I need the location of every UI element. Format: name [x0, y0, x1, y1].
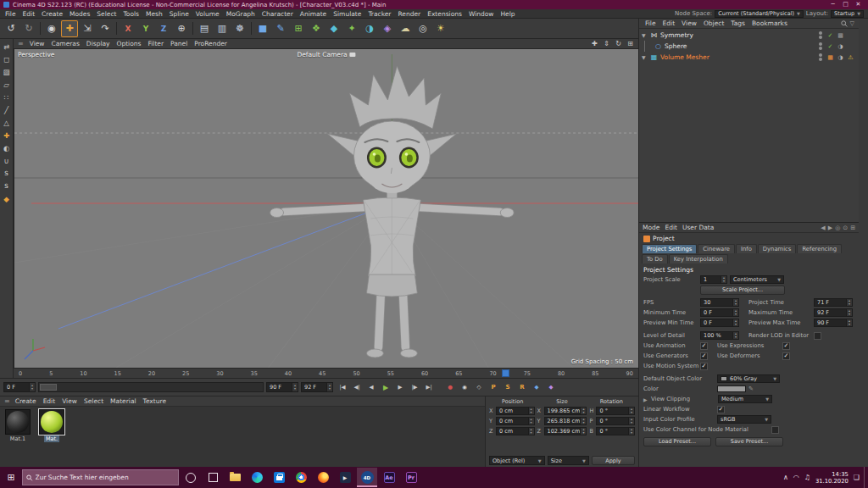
- use-animation-checkbox[interactable]: ✓: [700, 342, 708, 350]
- material-menu-item[interactable]: View: [58, 397, 81, 405]
- next-frame-button[interactable]: ▶: [393, 381, 407, 393]
- menu-item[interactable]: Create: [38, 9, 66, 19]
- render-view-icon[interactable]: ▤: [196, 20, 213, 37]
- position-field[interactable]: 0 cm▴▾: [496, 407, 535, 415]
- input-color-profile-dropdown[interactable]: sRGB▼: [717, 415, 771, 424]
- object-name[interactable]: Symmetry: [660, 31, 693, 39]
- autokey-button[interactable]: ◉: [458, 381, 471, 393]
- menu-item[interactable]: Help: [497, 9, 518, 19]
- close-button[interactable]: ✕: [852, 0, 865, 9]
- material-thumbnail[interactable]: [5, 409, 31, 435]
- spinner-icon[interactable]: ▴▾: [580, 428, 586, 435]
- viewport-menu-icon[interactable]: ≡: [16, 40, 25, 47]
- default-object-color-dropdown[interactable]: 60% Gray▼: [717, 374, 780, 383]
- material-name[interactable]: Mat.: [44, 435, 59, 442]
- media-player-button[interactable]: ▶: [335, 468, 355, 487]
- add-environment-icon[interactable]: ☁: [397, 20, 414, 37]
- attribute-tab[interactable]: Info: [736, 244, 757, 253]
- material-menu-item[interactable]: Texture: [140, 397, 170, 405]
- search-input[interactable]: [36, 474, 175, 481]
- preview-min-time-field[interactable]: 0 F▴▾: [700, 319, 739, 327]
- history-back-icon[interactable]: ◀: [821, 225, 825, 231]
- preview-range-slider[interactable]: [38, 382, 264, 392]
- lock-z-axis-icon[interactable]: Z: [155, 20, 172, 37]
- search-icon[interactable]: ◎: [835, 225, 840, 231]
- undo-icon[interactable]: ↺: [3, 20, 19, 37]
- start-button[interactable]: ⊞: [2, 467, 20, 488]
- breadcrumb-label[interactable]: Project: [653, 235, 675, 242]
- taskbar-clock[interactable]: 14:35 31.10.2020: [815, 471, 849, 485]
- move-tool-icon[interactable]: ✚: [61, 20, 78, 37]
- material-item[interactable]: Mat.1: [3, 409, 32, 464]
- project-scale-unit-dropdown[interactable]: Centimeters▼: [730, 275, 784, 284]
- prev-frame-button[interactable]: ◀: [364, 381, 378, 393]
- object-row[interactable]: ▼ ⋈ Symmetry ✓ ▩: [639, 30, 859, 41]
- add-camera-icon[interactable]: ◎: [415, 20, 431, 37]
- workplane-mode-icon[interactable]: ▱: [1, 79, 12, 90]
- material-name[interactable]: Mat.1: [8, 435, 27, 442]
- object-name[interactable]: Volume Mesher: [660, 53, 709, 61]
- minimize-button[interactable]: ─: [826, 0, 839, 9]
- model-mode-icon[interactable]: ◻: [1, 53, 12, 64]
- filter-icon[interactable]: ▽: [850, 20, 854, 27]
- menu-item[interactable]: Character: [259, 9, 297, 19]
- cortana-button[interactable]: [181, 468, 201, 487]
- spinner-icon[interactable]: ▴▾: [528, 418, 534, 424]
- use-motion-system-checkbox[interactable]: ✓: [700, 363, 708, 370]
- attribute-tab[interactable]: Project Settings: [642, 244, 697, 253]
- use-color-channel-checkbox[interactable]: [771, 426, 779, 434]
- size-field[interactable]: 265.818 cm▴▾: [544, 417, 587, 425]
- spinner-icon[interactable]: ▴▾: [846, 309, 852, 316]
- expand-arrow-icon[interactable]: ▶: [643, 396, 648, 402]
- axis-center-icon[interactable]: ◆: [1, 193, 12, 204]
- use-deformers-checkbox[interactable]: ✓: [782, 352, 790, 360]
- material-menu-icon[interactable]: ≡: [3, 397, 12, 405]
- size-field[interactable]: 102.369 cm▴▾: [544, 427, 587, 435]
- record-parameter-button[interactable]: ◆: [530, 381, 543, 393]
- file-explorer-button[interactable]: [225, 468, 245, 487]
- object-menu-item[interactable]: Bookmarks: [748, 19, 791, 27]
- spinner-icon[interactable]: ▴▾: [628, 408, 634, 414]
- project-time-field[interactable]: 71 F▴▾: [814, 298, 853, 307]
- add-spline-icon[interactable]: ✎: [272, 20, 289, 37]
- object-tag-icon[interactable]: ◑: [836, 43, 845, 50]
- object-menu-item[interactable]: Object: [700, 19, 727, 27]
- spinner-icon[interactable]: ▴▾: [528, 428, 534, 435]
- menu-item[interactable]: Extensions: [424, 9, 465, 19]
- node-space-dropdown[interactable]: Current (Standard/Physical)▼: [715, 10, 804, 18]
- menu-item[interactable]: Window: [465, 9, 498, 19]
- material-menu-item[interactable]: Select: [81, 397, 107, 405]
- spinner-icon[interactable]: ▴▾: [628, 428, 634, 435]
- preview-max-field[interactable]: 90 F▴▾: [266, 382, 298, 392]
- project-scale-field[interactable]: 1▴▾: [700, 275, 727, 284]
- panel-menu-icon[interactable]: ⊞: [850, 225, 855, 231]
- viewport-menu-item[interactable]: Display: [83, 40, 114, 47]
- coordinate-system-icon[interactable]: ⊕: [173, 20, 190, 37]
- volume-icon[interactable]: ♫: [804, 474, 810, 481]
- visibility-dots[interactable]: [819, 53, 822, 61]
- material-menu-item[interactable]: Material: [107, 397, 139, 405]
- timeline-ruler[interactable]: 051015202530354045505560657075808590: [14, 368, 638, 378]
- after-effects-button[interactable]: Ae: [379, 468, 399, 487]
- menu-item[interactable]: Spline: [166, 9, 192, 19]
- lock-icon[interactable]: ⊙: [843, 225, 848, 231]
- coordinate-mode-dropdown[interactable]: Object (Rel)▼: [489, 456, 545, 465]
- rotation-field[interactable]: 0 °▴▾: [596, 407, 635, 415]
- preview-min-field[interactable]: 0 F▴▾: [3, 382, 36, 392]
- spinner-icon[interactable]: ▴▾: [846, 299, 852, 306]
- level-of-detail-field[interactable]: 100 %▴▾: [700, 331, 739, 340]
- lock-y-axis-icon[interactable]: Y: [137, 20, 154, 37]
- spinner-icon[interactable]: ▴▾: [732, 332, 738, 339]
- zoom-view-icon[interactable]: ⇕: [601, 39, 612, 48]
- spinner-icon[interactable]: ▴▾: [326, 383, 332, 391]
- edge-button[interactable]: [247, 468, 267, 487]
- add-generator-icon[interactable]: ⊞: [290, 20, 307, 37]
- layout-dropdown[interactable]: Startup▼: [831, 10, 864, 18]
- notification-icon[interactable]: ❏: [854, 474, 860, 481]
- spinner-icon[interactable]: ▴▾: [292, 383, 298, 391]
- menu-item[interactable]: Select: [93, 9, 120, 19]
- camera-label[interactable]: Default Camera: [297, 51, 355, 58]
- redo-icon[interactable]: ↻: [20, 20, 37, 37]
- record-pla-button[interactable]: ◆: [544, 381, 558, 393]
- spinner-icon[interactable]: ▴▾: [846, 319, 852, 326]
